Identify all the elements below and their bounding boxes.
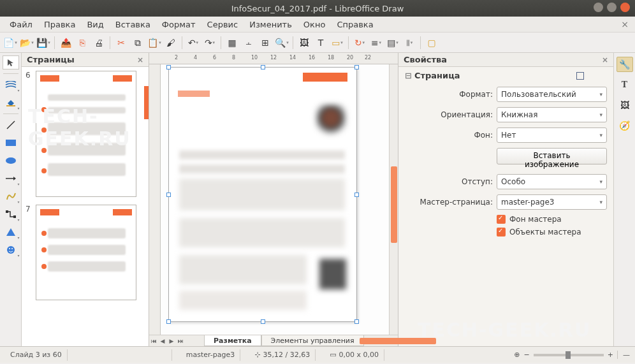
menubar: Файл Правка Вид Вставка Формат Сервис Из…	[0, 17, 635, 33]
redo-button[interactable]: ↷	[202, 35, 217, 50]
align-button[interactable]: ≡	[369, 35, 384, 50]
svg-line-1	[7, 121, 15, 129]
fill-color-tool[interactable]	[3, 96, 19, 110]
window-minimize-button[interactable]	[594, 3, 603, 12]
tab-controls[interactable]: Элементы управления	[261, 335, 364, 346]
undo-button[interactable]: ↶	[186, 35, 201, 50]
page-thumbnail[interactable]	[36, 71, 136, 197]
doc-close-icon[interactable]: ×	[621, 19, 629, 29]
next-page-button[interactable]: ▶	[167, 338, 176, 344]
window-close-button[interactable]	[620, 3, 630, 12]
line-color-tool[interactable]	[3, 78, 19, 92]
page-content[interactable]	[168, 67, 357, 322]
cut-button[interactable]: ✂	[113, 35, 129, 50]
zoom-in-icon[interactable]: +	[608, 351, 613, 359]
zoom-value[interactable]: —	[617, 351, 630, 359]
connector-tool[interactable]	[3, 207, 19, 221]
margin-dropdown[interactable]: Особо	[497, 174, 607, 189]
scrollbar-thumb[interactable]	[391, 166, 397, 243]
zoom-out-icon[interactable]: −	[524, 351, 530, 359]
page-thumbnail-row[interactable]: 6	[26, 71, 145, 197]
sidebar-tab-bar: 🔧 T 🖼 🧭	[613, 53, 635, 346]
format-dropdown[interactable]: Пользовательский	[497, 87, 607, 102]
sidebar-gallery-icon[interactable]: 🖼	[617, 98, 633, 113]
snap-guides-button[interactable]: ⫠	[241, 35, 256, 50]
grid-toggle-button[interactable]: ▦	[224, 35, 240, 50]
print-button[interactable]: 🖨	[91, 35, 106, 50]
master-objects-checkbox[interactable]	[497, 228, 506, 237]
rectangle-tool[interactable]	[3, 136, 19, 150]
svg-rect-2	[6, 140, 16, 146]
svg-rect-0	[6, 105, 15, 106]
zoom-fit-icon[interactable]: ⊕	[514, 351, 520, 359]
master-objects-label: Объекты мастера	[509, 228, 581, 237]
properties-panel-close-icon[interactable]: ×	[602, 55, 608, 64]
sidebar-properties-icon[interactable]: 🔧	[617, 57, 633, 72]
menu-modify[interactable]: Изменить	[244, 18, 298, 31]
main-toolbar: 📄 📂 💾 📤 ⎘ 🖨 ✂ ⧉ 📋 🖌 ↶ ↷ ▦ ⫠ ⊞ 🔍 🖼 T ▭ ↻ …	[0, 33, 635, 53]
background-dropdown[interactable]: Нет	[497, 127, 607, 143]
menu-edit[interactable]: Правка	[38, 18, 81, 31]
curve-tool[interactable]	[3, 189, 19, 203]
menu-file[interactable]: Файл	[4, 18, 38, 31]
svg-point-9	[11, 248, 13, 249]
tab-layout[interactable]: Разметка	[204, 335, 261, 346]
pages-scrollbar-thumb[interactable]	[144, 86, 149, 119]
insert-fontwork-button[interactable]: ▭	[330, 35, 345, 50]
distribute-button[interactable]: ⫴	[402, 35, 417, 50]
copy-button[interactable]: ⧉	[130, 35, 145, 50]
paste-button[interactable]: 📋	[147, 35, 162, 50]
section-options-icon[interactable]	[576, 72, 584, 80]
menu-service[interactable]: Сервис	[201, 18, 244, 31]
insert-textbox-button[interactable]: T	[313, 35, 328, 50]
save-button[interactable]: 💾	[36, 35, 51, 50]
canvas-horizontal-scrollbar[interactable]	[360, 338, 389, 344]
open-button[interactable]: 📂	[19, 35, 34, 50]
insert-image-button[interactable]: 🖼	[296, 35, 312, 50]
export-button[interactable]: 📤	[58, 35, 73, 50]
pages-panel-close-icon[interactable]: ×	[137, 55, 143, 64]
status-slide: Слайд 3 из 60	[5, 349, 68, 361]
first-page-button[interactable]: ⏮	[149, 338, 158, 344]
menu-window[interactable]: Окно	[298, 18, 332, 31]
select-tool[interactable]	[3, 55, 19, 69]
menu-insert[interactable]: Вставка	[110, 18, 156, 31]
sidebar-styles-icon[interactable]: T	[617, 77, 633, 92]
rotate-button[interactable]: ↻	[352, 35, 367, 50]
menu-format[interactable]: Формат	[156, 18, 201, 31]
prev-page-button[interactable]: ◀	[158, 338, 167, 344]
orientation-dropdown[interactable]: Книжная	[497, 107, 607, 122]
export-pdf-button[interactable]: ⎘	[75, 35, 90, 50]
page-thumbnail[interactable]	[36, 205, 136, 300]
insert-image-button[interactable]: Вставить изображение	[497, 148, 607, 164]
master-background-checkbox[interactable]	[497, 215, 506, 224]
zoom-slider[interactable]	[534, 354, 604, 356]
page-thumbnail-row[interactable]: 7	[26, 205, 145, 300]
shadow-button[interactable]: ▢	[424, 35, 439, 50]
menu-view[interactable]: Вид	[81, 18, 109, 31]
section-collapse-icon[interactable]: ⊟	[405, 71, 412, 80]
window-maximize-button[interactable]	[607, 3, 617, 12]
drawing-canvas[interactable]	[161, 64, 398, 335]
clone-format-button[interactable]: 🖌	[163, 35, 179, 50]
arrange-button[interactable]: ▤	[385, 35, 400, 50]
new-button[interactable]: 📄	[3, 35, 18, 50]
sidebar-navigator-icon[interactable]: 🧭	[617, 118, 633, 133]
menu-help[interactable]: Справка	[331, 18, 379, 31]
horizontal-ruler: 2 4 6 8 10 12 14 16 18 20 22	[149, 53, 398, 64]
arrow-tool[interactable]	[3, 171, 19, 186]
symbol-shapes-tool[interactable]	[3, 243, 19, 257]
ellipse-tool[interactable]	[3, 154, 19, 168]
zoom-button[interactable]: 🔍	[274, 35, 289, 50]
svg-point-3	[6, 157, 16, 164]
last-page-button[interactable]: ⏭	[176, 338, 185, 344]
canvas-vertical-scrollbar[interactable]	[389, 64, 398, 335]
line-tool[interactable]	[3, 118, 19, 132]
vertical-ruler	[149, 64, 161, 335]
master-page-dropdown[interactable]: master-page3	[497, 194, 607, 210]
basic-shapes-tool[interactable]	[3, 225, 19, 239]
snap-lines-button[interactable]: ⊞	[258, 35, 273, 50]
page-number: 7	[26, 205, 32, 300]
statusbar: Слайд 3 из 60 master-page3 ⊹35,12 / 32,6…	[0, 346, 635, 363]
properties-panel: Свойства × ⊟ Страница Формат: Пользовате…	[398, 53, 613, 346]
